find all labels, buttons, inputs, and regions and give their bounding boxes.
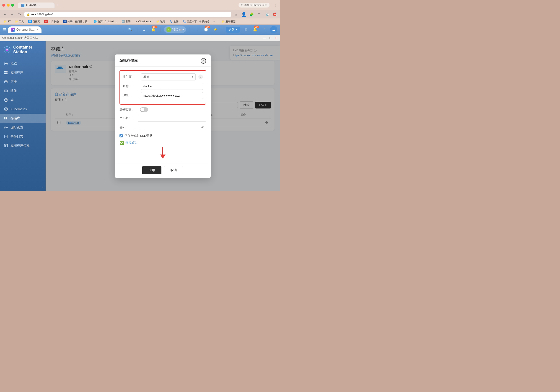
browser-menu-button[interactable]: ⋮: [273, 2, 278, 8]
sidebar-item-images[interactable]: 映像: [0, 86, 46, 96]
sidebar-item-registries[interactable]: 存储库: [0, 114, 46, 123]
window-maximize-button[interactable]: □: [268, 36, 272, 40]
refresh-button[interactable]: ↻: [17, 12, 22, 17]
bookmark-button[interactable]: ☆: [233, 11, 239, 17]
layers-header-button[interactable]: ≡: [141, 26, 147, 33]
more-header-button[interactable]: ⋮: [261, 26, 267, 33]
main-content: 存储库 保留的系统默认存储库: [46, 41, 280, 191]
search-header-button[interactable]: 🔍: [127, 26, 133, 33]
svg-rect-13: [5, 90, 7, 92]
collapse-icon: «: [42, 185, 43, 189]
apply-button[interactable]: 应用: [142, 166, 161, 174]
browser-nav: ← → ↻ 🔒 ●●●:8880/cgi-bin/ ☆ 👤 🧩 🛡 📡 🧲: [0, 10, 280, 19]
provider-select[interactable]: 其他 Docker Hub GitHub: [141, 73, 196, 80]
username-control: [138, 115, 206, 122]
forward-button[interactable]: →: [10, 12, 15, 17]
clock-header-button[interactable]: 🕐 10+: [203, 26, 209, 33]
svg-rect-7: [6, 71, 8, 72]
bookmark-pt[interactable]: 📁 PT: [2, 20, 12, 23]
password-toggle-icon[interactable]: 👁: [201, 126, 204, 129]
bookmark-zhihu[interactable]: 知 知乎 - 有问题，就...: [61, 19, 91, 24]
app-tab-close[interactable]: ×: [37, 28, 38, 31]
profile-button[interactable]: 👤: [241, 11, 247, 17]
app-title-left: ☰ CS Container Sta... ×: [3, 26, 41, 33]
bookmark-translate[interactable]: 🔤 翻译: [120, 19, 132, 24]
auth-toggle[interactable]: [140, 107, 148, 112]
all-bookmarks-icon: 📁: [221, 20, 225, 23]
bookmark-forum[interactable]: 📁 论坛: [155, 19, 167, 24]
back-button[interactable]: ←: [2, 12, 8, 17]
connection-status-text[interactable]: 连接成功: [125, 141, 137, 145]
layers2-header-button[interactable]: ⊞: [243, 26, 249, 33]
url-input[interactable]: [141, 92, 203, 99]
sidebar-item-preferences[interactable]: 偏好设置: [0, 123, 46, 132]
auth-row: 身份验证：: [120, 107, 206, 112]
name-input[interactable]: [141, 83, 203, 90]
bookmark-tools[interactable]: 📁 工具: [13, 19, 26, 24]
bookmark-baidu[interactable]: 🐾 百度一下，你就知道: [181, 19, 211, 24]
events-icon: [4, 134, 8, 139]
sidebar-item-events[interactable]: 事件日志: [0, 132, 46, 141]
sidebar-item-images-label: 映像: [10, 89, 17, 93]
traffic-lights: [2, 4, 14, 7]
ssl-checkbox[interactable]: [120, 134, 123, 137]
maximize-traffic-light[interactable]: [11, 4, 14, 7]
bookmark-shopping[interactable]: 🐾 购物: [168, 19, 180, 24]
sidebar-item-containers[interactable]: 容器: [0, 77, 46, 86]
minimize-traffic-light[interactable]: [7, 4, 10, 7]
user-name: YDXian: [172, 28, 181, 31]
provider-help-button[interactable]: ?: [198, 75, 203, 79]
bookmark-chiphell[interactable]: 🌐 首页 - Chiphell -...: [92, 19, 119, 24]
username-row: 用户名：: [120, 115, 206, 122]
extension3-button[interactable]: 📡: [264, 11, 270, 17]
alert-header-button[interactable]: 🔔 10+: [150, 26, 156, 33]
sidebar-item-registries-label: 存储库: [10, 116, 20, 120]
bookmark-toutiao[interactable]: 今 今日头条: [43, 19, 60, 24]
window-close-button[interactable]: ×: [274, 36, 278, 40]
username-label: 用户名：: [120, 116, 138, 120]
close-traffic-light[interactable]: [2, 4, 5, 7]
more-bookmarks-button[interactable]: »: [212, 20, 216, 23]
modal-header: 编辑存储库 ×: [115, 54, 211, 67]
cloud-header-button[interactable]: ☁: [270, 26, 277, 33]
provider-control: 其他 Docker Hub GitHub ▼ ?: [141, 73, 203, 80]
containers-icon: [4, 79, 8, 84]
url-row: URL：: [123, 92, 203, 99]
sidebar-item-apps[interactable]: 应用程序: [0, 68, 46, 77]
extension4-button[interactable]: 🧲: [272, 11, 278, 17]
activity-header-button[interactable]: ⚡: [212, 26, 218, 33]
divider3: [190, 27, 190, 32]
hamburger-menu[interactable]: ☰: [3, 28, 6, 32]
tab-close-button[interactable]: ×: [38, 4, 41, 7]
password-input[interactable]: [138, 124, 206, 131]
browse-button[interactable]: 浏览 ▾: [226, 27, 240, 33]
svg-rect-10: [5, 81, 7, 83]
bookmark-chiphell-label: 首页 - Chiphell -...: [98, 20, 117, 23]
bell2-header-button[interactable]: 🔔 10+: [252, 26, 258, 33]
bookmark-allbookmarks[interactable]: 📁 所有书签: [220, 19, 237, 24]
modal-close-button[interactable]: ×: [201, 58, 206, 64]
app-tab[interactable]: CS Container Sta... ×: [8, 26, 41, 33]
bookmark-cloudinstall[interactable]: ☁ Cloud Install: [133, 20, 154, 23]
extension-button[interactable]: 🧩: [249, 11, 254, 17]
browser-titlebar: TS TS-673A × + ⬆ 有新版 Chrome 可用 ⋮: [0, 0, 280, 10]
user-info-button[interactable]: Y YDXian ▾: [164, 26, 186, 33]
user-dropdown-icon: ▾: [182, 28, 184, 31]
cancel-button[interactable]: 取消: [164, 166, 183, 174]
address-bar[interactable]: 🔒 ●●●:8880/cgi-bin/: [24, 12, 231, 17]
window-minimize-button[interactable]: —: [263, 36, 267, 40]
sidebar-item-templates[interactable]: 应用程序模板: [0, 141, 46, 150]
dots-header-button[interactable]: ···: [194, 26, 200, 33]
username-input[interactable]: [138, 115, 206, 122]
bookmark-baijiahao[interactable]: 百 百家号: [26, 19, 42, 24]
extension2-button[interactable]: 🛡: [256, 11, 262, 17]
sidebar-item-kubernetes[interactable]: Kubernetes: [0, 105, 46, 114]
update-chrome-button[interactable]: ⬆ 有新版 Chrome 可用: [239, 3, 270, 8]
active-tab[interactable]: TS TS-673A ×: [18, 2, 54, 8]
sidebar-item-volumes[interactable]: 卷: [0, 96, 46, 105]
clock-badge: 10+: [205, 26, 210, 28]
new-tab-button[interactable]: +: [54, 2, 61, 9]
sidebar-item-overview[interactable]: 概览: [0, 59, 46, 68]
sidebar-collapse-button[interactable]: «: [0, 183, 46, 191]
templates-icon: [4, 143, 8, 148]
